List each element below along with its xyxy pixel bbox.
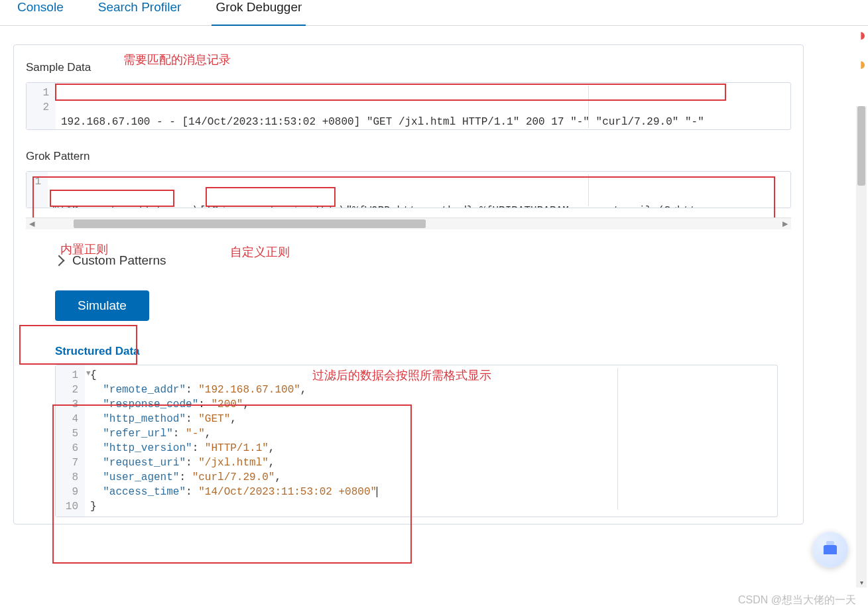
sample-data-editor[interactable]: 1 2 192.168.67.100 - - [14/Oct/2023:11:5… <box>26 82 791 130</box>
divider <box>588 86 589 128</box>
scroll-thumb[interactable] <box>74 219 426 228</box>
divider <box>617 368 618 510</box>
structured-gutter: 12345678910 <box>56 365 85 517</box>
grok-pattern-label: Grok Pattern <box>26 150 791 163</box>
annotation-custom: 自定义正则 <box>230 244 290 260</box>
annotation-builtin: 内置正则 <box>60 241 108 257</box>
tab-search-profiler[interactable]: Search Profiler <box>94 0 186 20</box>
sample-gutter: 1 2 <box>27 83 56 129</box>
sample-data-content[interactable]: 192.168.67.100 - - [14/Oct/2023:11:53:02… <box>56 83 790 129</box>
structured-content: { "remote_addr": "192.168.67.100", "resp… <box>85 365 777 517</box>
vscroll-thumb[interactable] <box>857 106 865 186</box>
custom-patterns-toggle[interactable]: Custom Patterns <box>55 253 791 268</box>
mark-icon: ◗ <box>860 58 865 70</box>
structured-data-viewer[interactable]: 12345678910 ▼ { "remote_addr": "192.168.… <box>55 365 778 517</box>
grok-pattern-editor[interactable]: 1 %{IP:remote_addr} - - \[(?<access_time… <box>26 171 791 208</box>
tab-grok-debugger[interactable]: Grok Debugger <box>212 0 306 20</box>
pattern-gutter: 1 <box>27 172 48 208</box>
fold-triangle-icon[interactable]: ▼ <box>86 369 91 377</box>
pattern-hscroll[interactable]: ◀ ▶ <box>26 217 791 229</box>
structured-data-label: Structured Data <box>55 345 791 358</box>
annotation-sample: 需要匹配的消息记录 <box>123 52 231 68</box>
scroll-down-icon[interactable]: ▾ <box>856 577 867 587</box>
usb-badge-icon[interactable] <box>812 532 848 568</box>
page-vscroll[interactable]: ▾ <box>856 106 867 587</box>
simulate-button[interactable]: Simulate <box>55 290 149 321</box>
scroll-left-icon[interactable]: ◀ <box>26 218 38 229</box>
tab-bar: Console Search Profiler Grok Debugger <box>0 0 868 26</box>
watermark-text: CSDN @想当大佬的一天 <box>738 593 856 607</box>
side-marks: ◗ ◗ <box>857 29 868 70</box>
mark-icon: ◗ <box>860 29 865 41</box>
scroll-right-icon[interactable]: ▶ <box>779 218 791 229</box>
divider <box>588 174 589 206</box>
tab-console[interactable]: Console <box>13 0 68 20</box>
grok-panel: 需要匹配的消息记录 Sample Data 1 2 192.168.67.100… <box>13 44 804 524</box>
grok-pattern-content[interactable]: %{IP:remote_addr} - - \[(?<access_time>.… <box>48 172 790 208</box>
